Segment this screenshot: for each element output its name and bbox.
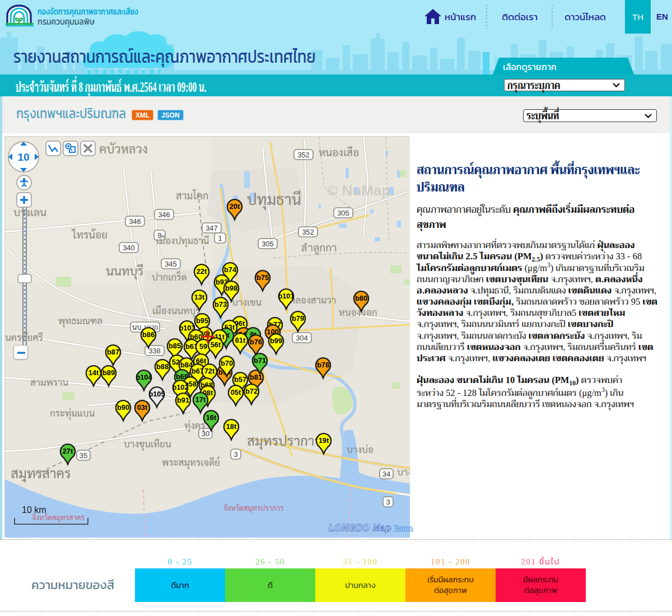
svg-text:352: 352 [302,228,314,236]
svg-text:17t: 17t [195,395,206,404]
svg-text:คบัวหลวง: คบัวหลวง [99,141,148,156]
svg-text:ลำลูกกา: ลำลูกกา [301,240,337,255]
svg-text:b99: b99 [270,337,282,345]
svg-text:b95: b95 [196,316,208,325]
svg-text:b105: b105 [148,390,165,398]
svg-text:304: 304 [296,334,308,342]
svg-text:1: 1 [218,234,222,242]
svg-text:b91: b91 [177,396,189,404]
svg-text:เมืองปทุมธานี: เมืองปทุมธานี [156,234,209,248]
svg-text:หนองจอก: หนองจอก [339,306,377,318]
svg-text:หนองเสือ: หนองเสือ [319,145,359,158]
svg-text:b75: b75 [256,273,269,282]
svg-text:b102: b102 [172,383,188,391]
svg-text:346: 346 [129,217,141,226]
svg-text:บางเขน: บางเขน [232,296,262,308]
svg-text:b88: b88 [156,362,169,371]
svg-text:ทุ่งครุ: ทุ่งครุ [184,419,205,432]
svg-text:b101: b101 [278,292,294,300]
svg-text:บาง: บาง [397,465,410,478]
svg-text:14t: 14t [88,368,99,377]
svg-text:22t: 22t [197,267,207,276]
svg-text:ไทรน้อย: ไทรน้อย [71,227,108,241]
svg-text:b70: b70 [221,359,233,367]
svg-text:345: 345 [165,260,177,268]
svg-text:b71: b71 [254,356,266,365]
svg-text:b86: b86 [142,330,155,339]
svg-text:03t: 03t [137,403,148,412]
svg-text:35: 35 [80,451,87,460]
svg-text:ปทุมธานี: ปทุมธานี [247,189,301,211]
svg-text:305: 305 [337,209,349,217]
svg-text:b104: b104 [136,373,152,381]
svg-text:จังหวัดสมุทรปราการ: จังหวัดสมุทรปราการ [223,503,283,514]
svg-text:20t: 20t [230,202,240,211]
svg-text:56t: 56t [211,340,221,349]
svg-text:กระทุ่มแบน: กระทุ่มแบน [50,407,95,420]
svg-text:346: 346 [158,211,170,219]
svg-text:b73: b73 [214,300,227,309]
svg-text:13t: 13t [194,293,205,301]
svg-text:บางบ่อ: บางบ่อ [347,443,374,455]
svg-text:347: 347 [206,224,218,232]
svg-text:34: 34 [382,470,390,478]
svg-text:b78: b78 [317,361,329,369]
svg-text:b76: b76 [250,338,262,346]
svg-text:b90: b90 [117,403,129,412]
svg-text:3: 3 [386,498,390,506]
svg-text:61t: 61t [235,336,246,344]
svg-text:สมุทรสาคร: สมุทรสาคร [11,464,71,483]
svg-text:305: 305 [262,240,274,248]
svg-text:b89: b89 [102,368,115,377]
svg-text:3: 3 [234,450,237,459]
svg-text:340: 340 [123,244,135,252]
svg-text:72t: 72t [204,367,215,375]
svg-text:คลองสามวา: คลองสามวา [290,293,336,306]
svg-text:27t: 27t [63,447,73,455]
svg-text:นนทบุรี: นนทบุรี [106,263,143,280]
svg-text:b57: b57 [234,375,246,384]
svg-text:352: 352 [297,151,310,159]
svg-text:10: 10 [17,151,29,163]
svg-text:© NuMap: © NuMap [327,182,390,199]
svg-text:พุทธมณฑล: พุทธมณฑล [58,314,102,328]
svg-text:16t: 16t [206,413,217,422]
svg-text:b87: b87 [107,348,119,356]
svg-text:b79: b79 [292,314,304,323]
svg-text:เมืองนนทบุรี: เมืองนนทบุรี [152,304,200,318]
svg-text:05t: 05t [231,388,241,396]
svg-text:59: 59 [199,342,207,351]
svg-text:สามพราน: สามพราน [30,376,68,388]
svg-text:338: 338 [148,347,161,355]
svg-text:สมุทรปราการ: สมุทรปราการ [247,431,321,450]
svg-text:b74: b74 [224,265,237,274]
svg-text:พระสมุทรเจดีย์: พระสมุทรเจดีย์ [162,456,220,469]
svg-text:บางขุนเทียน: บางขุนเทียน [124,437,171,451]
svg-text:สามโคก: สามโคก [176,189,208,202]
svg-text:b85: b85 [169,342,181,350]
svg-text:b72: b72 [245,387,258,395]
svg-text:b80: b80 [355,294,367,302]
svg-text:b98: b98 [225,284,237,292]
svg-text:ปากเกร็ด: ปากเกร็ด [152,270,187,283]
svg-text:19t: 19t [319,436,329,445]
svg-text:18t: 18t [226,422,237,431]
